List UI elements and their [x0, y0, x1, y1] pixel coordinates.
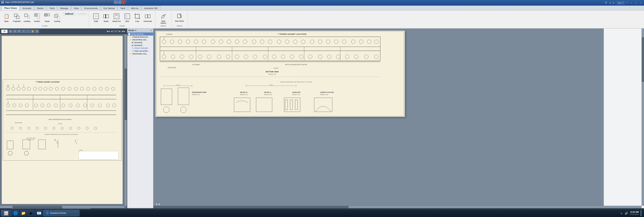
left-window-title: View '10780-MOUNTING.idw' — [5, 1, 34, 3]
settings-icon[interactable]: ⚙ — [612, 2, 614, 4]
projected-btn[interactable]: Projected — [12, 12, 22, 23]
svg-rect-0 — [14, 14, 17, 17]
svg-point-127 — [178, 40, 182, 44]
svg-point-163 — [189, 55, 193, 59]
nailboard-btn[interactable]: Nailboard — [63, 12, 75, 16]
tab-get-started[interactable]: Get Started — [101, 6, 117, 10]
svg-point-47 — [17, 87, 20, 91]
tab-autodesk360[interactable]: Autodesk 360 — [142, 6, 160, 10]
next-page-btn[interactable]: ▶▶ — [122, 30, 126, 33]
zoom-fit-btn[interactable]: ⊡ — [13, 29, 17, 33]
app-close-btn[interactable]: ✕ — [639, 1, 642, 4]
browser-item-mounting1[interactable]: 📁 MOUNTING ASSEMBLY:1 — [127, 38, 153, 41]
ribbon-panel: 📋 Base Projected Auxiliary — [0, 10, 644, 28]
draft-btn[interactable]: Draft — [91, 12, 101, 23]
rotate-btn[interactable]: ↻ — [35, 29, 39, 33]
minimize-btn[interactable]: — — [114, 0, 118, 4]
svg-point-86 — [106, 104, 110, 107]
search-icon[interactable]: 🔍 — [605, 2, 608, 4]
svg-point-176 — [308, 55, 312, 59]
detail-btn[interactable]: Detail — [42, 12, 52, 23]
tab-tools[interactable]: Tools — [47, 6, 57, 10]
tab-add-ins[interactable]: Add-Ins — [128, 6, 141, 10]
next-btn[interactable]: ▶ — [119, 30, 121, 33]
tab-sketch[interactable]: Sketch — [34, 6, 46, 10]
prev-btn[interactable]: ◀ — [110, 30, 113, 33]
tab-vault[interactable]: Vault — [118, 6, 128, 10]
base-btn[interactable]: 📋 Base — [2, 12, 11, 23]
pan-btn[interactable]: ✋ — [30, 29, 34, 33]
overlay-btn[interactable]: Overlay — [52, 12, 62, 23]
tab-manage[interactable]: Manage — [58, 6, 71, 10]
left-drawing-viewport[interactable]: ** PIPING GUSSET LOCATION — [0, 34, 127, 208]
svg-point-175 — [299, 55, 303, 59]
help-icon[interactable]: ? — [627, 2, 628, 4]
tab-place-views[interactable]: Place Views — [2, 6, 20, 10]
svg-point-136 — [252, 40, 256, 44]
start-sketch-btn[interactable]: StartSketch — [158, 12, 169, 25]
svg-point-45 — [12, 87, 15, 91]
tab-annotate[interactable]: Annotate — [20, 6, 34, 10]
taskbar-app-explorer[interactable]: 📁 — [20, 210, 27, 217]
prev-page-btn[interactable]: ◀◀ — [106, 30, 110, 33]
section-btn[interactable]: Section — [32, 12, 42, 23]
print-btn[interactable]: 🖨 — [8, 29, 12, 33]
svg-text:DRIVERSIDE: DRIVERSIDE — [168, 67, 176, 68]
svg-point-196 — [180, 107, 186, 113]
app-maximize-btn[interactable]: □ — [635, 1, 638, 4]
new-sheet-btn[interactable]: New Sheet — [174, 12, 186, 23]
browser-item-advance1[interactable]: ⚙ ADVANCE — [127, 41, 153, 44]
svg-point-36 — [163, 15, 164, 16]
scroll-left-btn[interactable]: ◀ — [155, 203, 158, 205]
taskbar-show-desktop[interactable] — [640, 210, 642, 216]
browser-item-mounting2[interactable]: 📁 MOUNTING ASSEMBLY:2 — [127, 52, 153, 55]
browser-item-resources[interactable]: 📁 Drawing Resources — [127, 35, 153, 38]
zoom-input[interactable]: 26 — [1, 29, 8, 33]
svg-point-141 — [293, 40, 297, 44]
break-btn[interactable]: Break — [101, 12, 111, 23]
signin-btn[interactable]: Sign In — [616, 1, 625, 4]
app-minimize-btn[interactable]: — — [630, 1, 633, 4]
browser-close-btn[interactable]: ✕ — [150, 29, 152, 31]
zoom-in-btn[interactable]: + — [22, 29, 26, 33]
browser-item-drawing[interactable]: 📄 10780-MOUNTI... — [127, 32, 153, 35]
scroll-right-btn[interactable]: ▶ — [158, 203, 160, 205]
breakout-btn[interactable]: Break Out — [111, 12, 122, 23]
slice-btn[interactable]: Slice — [122, 12, 132, 23]
right-drawing-viewport[interactable]: ** PIPING GUSSET LOCATION CURB808 — [153, 28, 644, 208]
maximize-btn[interactable]: □ — [118, 0, 122, 4]
favorites-icon[interactable]: ★ — [609, 2, 611, 4]
svg-point-84 — [91, 104, 94, 107]
left-toolbar: 26 🖨 ⊡ 🔍 + - ✋ ↻ ◀◀ ◀ 2 of 2 ▶ — [0, 28, 127, 34]
browser-item-advance2[interactable]: ⚙ ADVANCE — [127, 44, 153, 47]
browser-item-parts-list[interactable]: 📋 Parts List:10780-MOUNTIG... — [127, 50, 153, 52]
zoom-out-btn[interactable]: - — [26, 29, 30, 33]
svg-point-194 — [164, 107, 170, 113]
tab-view[interactable]: View — [71, 6, 81, 10]
svg-text:DP-#18008: DP-#18008 — [192, 64, 200, 65]
svg-point-178 — [327, 55, 331, 59]
browser-item-front-driver[interactable]: 🔧 FRONT DRIVERSIDE VIEW:10... — [127, 47, 153, 50]
tab-environments[interactable]: Environments — [82, 6, 100, 10]
svg-point-103 — [94, 127, 96, 129]
svg-rect-211 — [290, 100, 292, 110]
svg-rect-6 — [27, 16, 30, 18]
zoom-btn[interactable]: 🔍 — [17, 29, 21, 33]
svg-text:10648-CS US PAD: 10648-CS US PAD — [320, 91, 334, 93]
horizontal-btn[interactable]: Horizontal — [142, 12, 153, 23]
svg-point-129 — [194, 40, 198, 44]
svg-point-179 — [336, 55, 340, 59]
ribbon-group-sheets: New Sheet Sheets — [172, 11, 188, 28]
taskbar-inventor[interactable]: 🔵 Autodesk Inventor — [43, 210, 80, 217]
taskbar-sound-icon: 🔊 — [625, 212, 628, 215]
svg-point-59 — [74, 87, 78, 91]
taskbar-app-ie[interactable]: 🌐 — [12, 210, 19, 217]
crop-btn[interactable]: Crop — [132, 12, 142, 23]
taskbar-app-media[interactable]: ▶ — [28, 210, 35, 217]
start-button[interactable]: 🪟 — [1, 210, 11, 217]
auxiliary-btn[interactable]: Auxiliary — [22, 12, 32, 23]
svg-point-65 — [112, 87, 115, 91]
svg-rect-37 — [178, 14, 181, 18]
close-btn[interactable]: ✕ — [122, 0, 126, 4]
taskbar-app-outlook[interactable]: 📧 — [36, 210, 43, 217]
